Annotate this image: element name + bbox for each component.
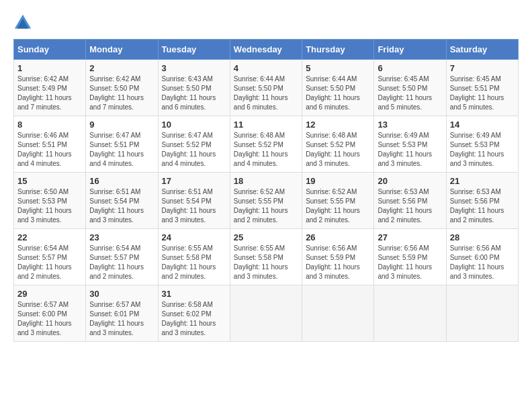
empty-day: [446, 285, 518, 342]
day-number: 22: [17, 232, 82, 242]
calendar-week-1: 1 Sunrise: 6:42 AMSunset: 5:49 PMDayligh…: [14, 60, 519, 116]
day-number: 21: [450, 176, 515, 186]
logo: [13, 13, 35, 32]
day-number: 23: [89, 232, 154, 242]
day-info: Sunrise: 6:57 AMSunset: 6:00 PMDaylight:…: [17, 300, 82, 338]
calendar-header-row: SundayMondayTuesdayWednesdayThursdayFrid…: [14, 40, 519, 60]
day-info: Sunrise: 6:42 AMSunset: 5:49 PMDaylight:…: [17, 75, 82, 112]
day-cell-13: 13 Sunrise: 6:49 AMSunset: 5:53 PMDaylig…: [374, 116, 446, 173]
day-cell-26: 26 Sunrise: 6:56 AMSunset: 5:59 PMDaylig…: [302, 229, 374, 285]
day-info: Sunrise: 6:48 AMSunset: 5:52 PMDaylight:…: [234, 131, 298, 169]
day-info: Sunrise: 6:44 AMSunset: 5:50 PMDaylight:…: [306, 75, 370, 112]
day-cell-17: 17 Sunrise: 6:51 AMSunset: 5:54 PMDaylig…: [158, 173, 230, 229]
day-number: 20: [378, 176, 442, 186]
day-cell-20: 20 Sunrise: 6:53 AMSunset: 5:56 PMDaylig…: [374, 173, 446, 229]
empty-day: [302, 285, 374, 342]
day-number: 3: [162, 63, 226, 73]
day-info: Sunrise: 6:51 AMSunset: 5:54 PMDaylight:…: [162, 187, 226, 225]
day-info: Sunrise: 6:58 AMSunset: 6:02 PMDaylight:…: [162, 300, 226, 338]
header-day-thursday: Thursday: [302, 40, 374, 60]
day-number: 16: [89, 176, 154, 186]
day-info: Sunrise: 6:52 AMSunset: 5:55 PMDaylight:…: [234, 187, 298, 225]
header-day-saturday: Saturday: [446, 40, 518, 60]
day-info: Sunrise: 6:51 AMSunset: 5:54 PMDaylight:…: [89, 187, 154, 225]
day-cell-5: 5 Sunrise: 6:44 AMSunset: 5:50 PMDayligh…: [302, 60, 374, 116]
day-number: 7: [450, 63, 515, 73]
day-info: Sunrise: 6:54 AMSunset: 5:57 PMDaylight:…: [17, 244, 82, 281]
day-cell-11: 11 Sunrise: 6:48 AMSunset: 5:52 PMDaylig…: [230, 116, 302, 173]
day-number: 19: [306, 176, 370, 186]
day-cell-31: 31 Sunrise: 6:58 AMSunset: 6:02 PMDaylig…: [158, 285, 230, 342]
calendar-week-4: 22 Sunrise: 6:54 AMSunset: 5:57 PMDaylig…: [14, 229, 519, 285]
calendar-week-5: 29 Sunrise: 6:57 AMSunset: 6:00 PMDaylig…: [14, 285, 519, 342]
day-cell-15: 15 Sunrise: 6:50 AMSunset: 5:53 PMDaylig…: [14, 173, 86, 229]
day-cell-22: 22 Sunrise: 6:54 AMSunset: 5:57 PMDaylig…: [14, 229, 86, 285]
day-cell-28: 28 Sunrise: 6:56 AMSunset: 6:00 PMDaylig…: [446, 229, 518, 285]
day-cell-18: 18 Sunrise: 6:52 AMSunset: 5:55 PMDaylig…: [230, 173, 302, 229]
day-info: Sunrise: 6:57 AMSunset: 6:01 PMDaylight:…: [89, 300, 154, 338]
day-cell-29: 29 Sunrise: 6:57 AMSunset: 6:00 PMDaylig…: [14, 285, 86, 342]
day-number: 5: [306, 63, 370, 73]
day-cell-25: 25 Sunrise: 6:55 AMSunset: 5:58 PMDaylig…: [230, 229, 302, 285]
day-cell-8: 8 Sunrise: 6:46 AMSunset: 5:51 PMDayligh…: [14, 116, 86, 173]
day-number: 4: [234, 63, 298, 73]
day-info: Sunrise: 6:52 AMSunset: 5:55 PMDaylight:…: [306, 187, 370, 225]
day-cell-1: 1 Sunrise: 6:42 AMSunset: 5:49 PMDayligh…: [14, 60, 86, 116]
day-info: Sunrise: 6:56 AMSunset: 5:59 PMDaylight:…: [378, 244, 442, 281]
header: [13, 13, 519, 32]
day-cell-9: 9 Sunrise: 6:47 AMSunset: 5:51 PMDayligh…: [86, 116, 158, 173]
day-number: 25: [234, 232, 298, 242]
day-info: Sunrise: 6:53 AMSunset: 5:56 PMDaylight:…: [450, 187, 515, 225]
day-number: 30: [89, 289, 154, 299]
calendar-week-2: 8 Sunrise: 6:46 AMSunset: 5:51 PMDayligh…: [14, 116, 519, 173]
header-day-friday: Friday: [374, 40, 446, 60]
calendar-week-3: 15 Sunrise: 6:50 AMSunset: 5:53 PMDaylig…: [14, 173, 519, 229]
day-cell-27: 27 Sunrise: 6:56 AMSunset: 5:59 PMDaylig…: [374, 229, 446, 285]
day-number: 31: [162, 289, 226, 299]
day-number: 24: [162, 232, 226, 242]
day-number: 2: [89, 63, 154, 73]
day-number: 28: [450, 232, 515, 242]
day-info: Sunrise: 6:42 AMSunset: 5:50 PMDaylight:…: [89, 75, 154, 112]
day-number: 6: [378, 63, 442, 73]
day-number: 27: [378, 232, 442, 242]
day-info: Sunrise: 6:49 AMSunset: 5:53 PMDaylight:…: [450, 131, 515, 169]
day-number: 15: [17, 176, 82, 186]
day-cell-21: 21 Sunrise: 6:53 AMSunset: 5:56 PMDaylig…: [446, 173, 518, 229]
day-cell-19: 19 Sunrise: 6:52 AMSunset: 5:55 PMDaylig…: [302, 173, 374, 229]
calendar-table: SundayMondayTuesdayWednesdayThursdayFrid…: [13, 39, 519, 342]
day-number: 14: [450, 120, 515, 130]
day-number: 9: [89, 120, 154, 130]
day-number: 29: [17, 289, 82, 299]
day-cell-24: 24 Sunrise: 6:55 AMSunset: 5:58 PMDaylig…: [158, 229, 230, 285]
day-info: Sunrise: 6:44 AMSunset: 5:50 PMDaylight:…: [234, 75, 298, 112]
day-info: Sunrise: 6:56 AMSunset: 5:59 PMDaylight:…: [306, 244, 370, 281]
day-number: 13: [378, 120, 442, 130]
day-cell-10: 10 Sunrise: 6:47 AMSunset: 5:52 PMDaylig…: [158, 116, 230, 173]
logo-icon: [13, 13, 32, 32]
day-cell-30: 30 Sunrise: 6:57 AMSunset: 6:01 PMDaylig…: [86, 285, 158, 342]
day-number: 10: [162, 120, 226, 130]
day-info: Sunrise: 6:48 AMSunset: 5:52 PMDaylight:…: [306, 131, 370, 169]
day-cell-23: 23 Sunrise: 6:54 AMSunset: 5:57 PMDaylig…: [86, 229, 158, 285]
day-cell-2: 2 Sunrise: 6:42 AMSunset: 5:50 PMDayligh…: [86, 60, 158, 116]
header-day-sunday: Sunday: [14, 40, 86, 60]
empty-day: [374, 285, 446, 342]
empty-day: [230, 285, 302, 342]
day-info: Sunrise: 6:45 AMSunset: 5:51 PMDaylight:…: [450, 75, 515, 112]
day-info: Sunrise: 6:50 AMSunset: 5:53 PMDaylight:…: [17, 187, 82, 225]
day-cell-3: 3 Sunrise: 6:43 AMSunset: 5:50 PMDayligh…: [158, 60, 230, 116]
day-number: 11: [234, 120, 298, 130]
day-cell-12: 12 Sunrise: 6:48 AMSunset: 5:52 PMDaylig…: [302, 116, 374, 173]
header-day-wednesday: Wednesday: [230, 40, 302, 60]
day-info: Sunrise: 6:43 AMSunset: 5:50 PMDaylight:…: [162, 75, 226, 112]
day-cell-6: 6 Sunrise: 6:45 AMSunset: 5:50 PMDayligh…: [374, 60, 446, 116]
day-info: Sunrise: 6:54 AMSunset: 5:57 PMDaylight:…: [89, 244, 154, 281]
day-info: Sunrise: 6:49 AMSunset: 5:53 PMDaylight:…: [378, 131, 442, 169]
day-info: Sunrise: 6:53 AMSunset: 5:56 PMDaylight:…: [378, 187, 442, 225]
day-number: 1: [17, 63, 82, 73]
day-number: 18: [234, 176, 298, 186]
day-number: 17: [162, 176, 226, 186]
day-number: 26: [306, 232, 370, 242]
day-info: Sunrise: 6:45 AMSunset: 5:50 PMDaylight:…: [378, 75, 442, 112]
